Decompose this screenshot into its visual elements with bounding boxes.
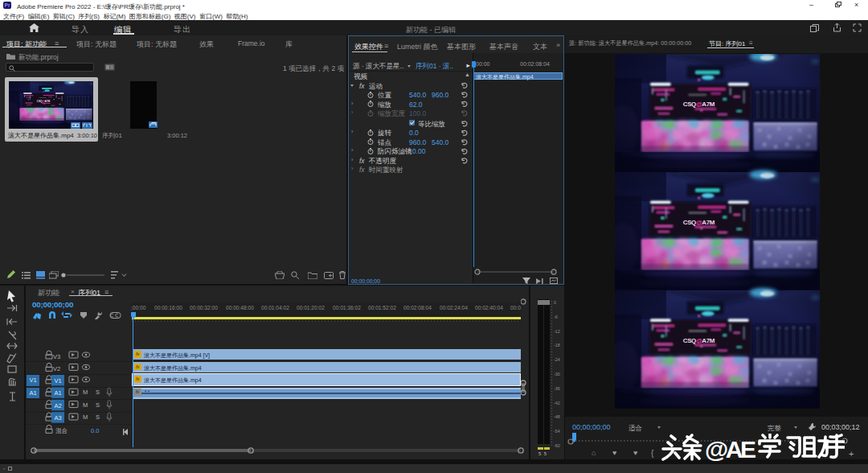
svg-text:M: M: [83, 413, 88, 421]
svg-text:V3: V3: [53, 353, 60, 360]
svg-text:S: S: [96, 401, 100, 409]
svg-text:A3: A3: [55, 414, 62, 422]
svg-text:-18: -18: [554, 343, 560, 348]
svg-text:M: M: [83, 401, 88, 409]
svg-text:A1: A1: [55, 389, 62, 397]
svg-text:M: M: [83, 389, 88, 396]
svg-text:S: S: [96, 389, 100, 396]
svg-text:-48: -48: [554, 414, 560, 419]
svg-text:-54: -54: [554, 429, 560, 434]
svg-text:A2: A2: [55, 402, 62, 409]
svg-text:V1: V1: [55, 377, 62, 385]
svg-text:-42: -42: [554, 401, 560, 405]
svg-text:-24: -24: [554, 357, 560, 362]
svg-text:-60: -60: [554, 443, 560, 448]
svg-text:V2: V2: [53, 365, 60, 372]
svg-text:-6: -6: [554, 315, 558, 319]
svg-text:@AE: @AE: [705, 436, 756, 463]
svg-text:-30: -30: [554, 372, 560, 376]
svg-text:-36: -36: [554, 386, 560, 391]
svg-text:S: S: [96, 413, 100, 421]
svg-text:-12: -12: [554, 329, 560, 334]
svg-text:0: 0: [554, 300, 556, 305]
svg-text:0.0: 0.0: [91, 427, 99, 434]
svg-text:混合: 混合: [55, 427, 68, 434]
